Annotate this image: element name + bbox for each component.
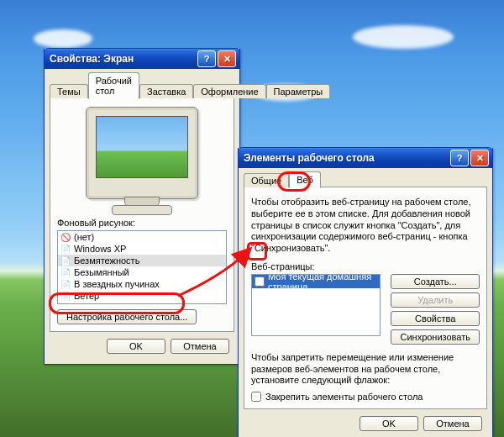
tab-general[interactable]: Общие xyxy=(244,173,289,187)
synchronize-button[interactable]: Синхронизовать xyxy=(391,329,480,345)
list-item-label: (нет) xyxy=(74,232,94,242)
tabstrip: Темы Рабочий стол Заставка Оформление Па… xyxy=(50,72,234,98)
tabstrip: Общие Веб xyxy=(244,171,487,187)
tab-screensaver[interactable]: Заставка xyxy=(139,84,193,98)
list-item[interactable]: Моя текущая домашняя страница xyxy=(252,275,380,288)
tab-web[interactable]: Веб xyxy=(289,171,321,188)
lock-desktop-items-label: Закрепить элементы рабочего стола xyxy=(265,392,423,402)
list-item[interactable]: 📄В звездных пучинах xyxy=(58,278,226,290)
file-icon: 📄 xyxy=(60,279,71,289)
ok-button[interactable]: OK xyxy=(107,339,165,354)
tab-themes[interactable]: Темы xyxy=(50,84,88,98)
file-icon: 📄 xyxy=(60,267,71,277)
tab-desktop[interactable]: Рабочий стол xyxy=(88,72,139,99)
titlebar[interactable]: Элементы рабочего стола ? ✕ xyxy=(238,147,493,168)
list-item[interactable]: 📄Безмятежность xyxy=(58,255,226,266)
list-item-label: Ветер xyxy=(74,291,99,301)
ok-button[interactable]: OK xyxy=(360,416,418,431)
tab-appearance[interactable]: Оформление xyxy=(193,84,265,98)
properties-button[interactable]: Свойства xyxy=(391,311,480,326)
new-button[interactable]: Создать... xyxy=(391,274,480,289)
display-properties-window: Свойства: Экран ? ✕ Темы Рабочий стол За… xyxy=(44,49,240,365)
window-title: Свойства: Экран xyxy=(50,53,196,65)
cancel-button[interactable]: Отмена xyxy=(423,416,482,431)
lock-desktop-items-checkbox[interactable] xyxy=(251,392,261,402)
tab-desktop-panel: Фоновый рисунок: 🚫(нет)📄Windows XP📄Безмя… xyxy=(50,97,234,332)
list-item[interactable]: 📄Windows XP xyxy=(58,243,226,255)
wallpaper-preview-monitor xyxy=(86,107,198,199)
webpages-listbox[interactable]: Моя текущая домашняя страница xyxy=(251,274,381,336)
webpages-side-buttons: Создать... Удалить Свойства Синхронизова… xyxy=(391,274,480,345)
desktop-wallpaper: Свойства: Экран ? ✕ Темы Рабочий стол За… xyxy=(0,0,504,437)
close-button[interactable]: ✕ xyxy=(470,150,489,166)
list-item[interactable]: 🚫(нет) xyxy=(58,231,226,243)
background-listbox[interactable]: 🚫(нет)📄Windows XP📄Безмятежность📄Безымянн… xyxy=(57,230,227,304)
list-item-label: Безымянный xyxy=(74,267,129,277)
list-item[interactable]: 📄Ветер xyxy=(58,290,226,302)
list-item-label: Моя текущая домашняя страница xyxy=(268,274,377,292)
list-item-label: Windows XP xyxy=(74,244,126,254)
titlebar[interactable]: Свойства: Экран ? ✕ xyxy=(44,48,240,69)
background-label: Фоновый рисунок: xyxy=(57,218,227,228)
list-item-label: Безмятежность xyxy=(74,255,139,266)
lock-desktop-items-checkbox-row[interactable]: Закрепить элементы рабочего стола xyxy=(251,392,480,402)
file-icon: 📄 xyxy=(60,244,71,254)
delete-button[interactable]: Удалить xyxy=(391,292,480,308)
help-button[interactable]: ? xyxy=(197,50,216,67)
desktop-items-window: Элементы рабочего стола ? ✕ Общие Веб Чт… xyxy=(238,148,493,437)
close-button[interactable]: ✕ xyxy=(218,50,236,67)
list-item[interactable]: 📄Безымянный xyxy=(58,266,226,278)
tab-web-panel: Чтобы отобразить веб-страницу на рабочем… xyxy=(244,187,487,409)
list-item-checkbox[interactable] xyxy=(255,276,265,287)
customize-desktop-button[interactable]: Настройка рабочего стола... xyxy=(57,309,197,324)
tab-settings[interactable]: Параметры xyxy=(266,84,331,98)
help-button[interactable]: ? xyxy=(450,150,469,166)
web-instructions: Чтобы отобразить веб-страницу на рабочем… xyxy=(251,197,480,255)
webpages-label: Веб-страницы: xyxy=(251,261,480,271)
list-item-label: В звездных пучинах xyxy=(74,279,160,289)
lock-instructions: Чтобы запретить перемещение или изменени… xyxy=(251,352,480,387)
file-icon: 📄 xyxy=(60,255,71,266)
cancel-button[interactable]: Отмена xyxy=(171,339,229,354)
window-title: Элементы рабочего стола xyxy=(244,152,449,164)
file-icon: 📄 xyxy=(60,291,71,301)
none-icon: 🚫 xyxy=(60,232,71,242)
